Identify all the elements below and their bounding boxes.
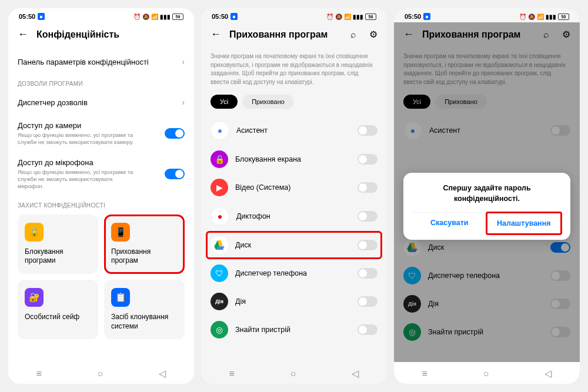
section-privacy: ЗАХИСТ КОНФІДЕНЦІЙНОСТІ xyxy=(18,196,185,211)
battery-icon: 58 xyxy=(365,14,376,20)
app-toggle[interactable] xyxy=(358,182,377,193)
privacy-cards: 🔒 Блокування програми 📱 Приховання прогр… xyxy=(18,211,185,339)
dialog-actions: Скасувати Налаштування xyxy=(413,212,561,234)
status-time: 05:50 xyxy=(405,13,421,20)
app-name: Знайти пристрій xyxy=(235,326,350,334)
app-toggle[interactable] xyxy=(358,268,377,279)
info-text: Значки програм на початковому екрані та … xyxy=(403,49,570,95)
phone-dialog: 05:50 ■ ⏰ 🔕 📶 ▮▮▮ 50 ← Приховання програ… xyxy=(394,8,580,384)
content: Панель параметрів конфіденційності › ДОЗ… xyxy=(8,49,194,362)
mic-toggle[interactable] xyxy=(165,169,185,179)
mic-setting: Доступ до мікрофона Якщо цю функцію вимк… xyxy=(18,152,185,196)
app-name: Дія xyxy=(428,300,543,308)
chip-all[interactable]: Усі xyxy=(403,95,430,109)
app-name: Асистент xyxy=(429,126,543,135)
app-toggle[interactable] xyxy=(358,296,377,307)
back-nav-button[interactable]: ◁ xyxy=(352,368,359,379)
screenshots-container: 05:50 ■ ⏰ 🔕 📶 ▮▮▮ 59 ← Конфіденційність … xyxy=(0,0,588,392)
app-name: Диск xyxy=(235,241,350,249)
app-toggle-on[interactable] xyxy=(550,242,570,253)
phone-privacy: 05:50 ■ ⏰ 🔕 📶 ▮▮▮ 59 ← Конфіденційність … xyxy=(8,8,194,384)
mic-desc: Якщо цю функцію вимкнено, усі програми т… xyxy=(18,169,135,190)
permission-manager-label: Диспетчер дозволів xyxy=(18,98,88,107)
chip-all[interactable]: Усі xyxy=(211,95,238,109)
cancel-button[interactable]: Скасувати xyxy=(413,213,487,234)
app-toggle[interactable] xyxy=(358,240,377,250)
search-icon[interactable]: ⌕ xyxy=(543,29,549,40)
search-icon[interactable]: ⌕ xyxy=(350,29,356,40)
page-title: Приховання програм xyxy=(422,29,530,40)
camera-title: Доступ до камери xyxy=(18,121,135,130)
find-device-icon: ◎ xyxy=(403,323,421,341)
chevron-right-icon: › xyxy=(182,57,185,66)
dnd-icon: 🔕 xyxy=(335,14,342,20)
chevron-right-icon: › xyxy=(182,98,185,107)
signal-icon: ▮▮▮ xyxy=(546,14,556,20)
back-button[interactable]: ← xyxy=(403,28,414,41)
app-toggle[interactable] xyxy=(358,211,377,222)
card-safe-label: Особистий сейф xyxy=(25,313,91,322)
wifi-icon: 📶 xyxy=(344,14,351,20)
app-name: Диспетчер телефона xyxy=(428,272,543,280)
app-row-assistant: ● Асистент xyxy=(403,116,570,145)
app-row-assistant: ● Асистент xyxy=(211,116,377,145)
drive-icon xyxy=(403,239,421,256)
app-row-find-device: ◎ Знайти пристрій xyxy=(211,316,377,344)
password-dialog: Спершу задайте пароль конфіденційності. … xyxy=(403,173,570,240)
nav-bar: ≡ ○ ◁ xyxy=(394,362,580,384)
signal-icon: ▮▮▮ xyxy=(160,14,171,20)
card-private-safe[interactable]: 🔐 Особистий сейф xyxy=(18,280,98,339)
privacy-panel-label: Панель параметрів конфіденційності xyxy=(18,58,149,66)
nav-bar: ≡ ○ ◁ xyxy=(8,362,194,384)
svg-marker-5 xyxy=(407,243,412,252)
find-device-icon: ◎ xyxy=(211,321,228,339)
status-bar: 05:50 ■ ⏰ 🔕 📶 ▮▮▮ 59 xyxy=(8,8,194,22)
card-system-clone[interactable]: 📋 Засіб клонування системи xyxy=(104,280,185,339)
app-name: Блокування екрана xyxy=(235,155,350,163)
recent-apps-button[interactable]: ≡ xyxy=(422,368,427,379)
settings-icon[interactable]: ⚙ xyxy=(369,29,377,40)
home-button[interactable]: ○ xyxy=(98,368,103,379)
app-toggle[interactable] xyxy=(550,125,570,136)
permission-manager-row[interactable]: Диспетчер дозволів › xyxy=(18,89,185,115)
recent-apps-button[interactable]: ≡ xyxy=(229,368,234,379)
filter-chips: Усі Приховано xyxy=(403,95,570,116)
chip-hidden[interactable]: Приховано xyxy=(435,95,487,109)
battery-icon: 59 xyxy=(172,14,183,20)
phone-manager-icon: 🛡 xyxy=(403,267,421,284)
app-row-diia: Дія Дія xyxy=(403,290,570,318)
back-nav-button[interactable]: ◁ xyxy=(544,368,552,379)
card-lock-label: Блокування програми xyxy=(25,247,91,266)
chip-hidden[interactable]: Приховано xyxy=(242,95,294,109)
card-hide-label: Приховання програм xyxy=(111,247,178,266)
system-clone-icon: 📋 xyxy=(111,288,130,307)
app-toggle[interactable] xyxy=(550,270,570,281)
back-button[interactable]: ← xyxy=(211,28,221,41)
settings-icon[interactable]: ⚙ xyxy=(562,29,570,40)
home-button[interactable]: ○ xyxy=(483,368,489,379)
back-nav-button[interactable]: ◁ xyxy=(159,368,166,379)
app-name: Асистент xyxy=(236,126,350,135)
card-clone-label: Засіб клонування системи xyxy=(111,313,178,331)
notification-badge-icon: ■ xyxy=(423,13,430,20)
app-toggle[interactable] xyxy=(358,154,377,165)
privacy-panel-row[interactable]: Панель параметрів конфіденційності › xyxy=(18,49,185,75)
settings-button[interactable]: Налаштування xyxy=(486,212,563,235)
drive-icon xyxy=(211,236,228,254)
app-name: Відео (Система) xyxy=(235,183,350,192)
app-toggle[interactable] xyxy=(550,327,570,337)
recent-apps-button[interactable]: ≡ xyxy=(36,368,41,379)
back-button[interactable]: ← xyxy=(18,28,28,41)
app-toggle[interactable] xyxy=(358,324,377,335)
alarm-icon: ⏰ xyxy=(133,14,141,20)
header: ← Приховання програм ⌕ ⚙ xyxy=(394,22,580,49)
app-toggle[interactable] xyxy=(358,125,377,136)
home-button[interactable]: ○ xyxy=(290,368,296,379)
card-hide-apps[interactable]: 📱 Приховання програм xyxy=(104,215,185,274)
private-safe-icon: 🔐 xyxy=(25,288,44,307)
svg-marker-6 xyxy=(409,249,417,252)
card-app-lock[interactable]: 🔒 Блокування програми xyxy=(18,215,98,274)
app-toggle[interactable] xyxy=(550,299,570,309)
signal-icon: ▮▮▮ xyxy=(353,14,363,20)
camera-toggle[interactable] xyxy=(165,128,185,139)
